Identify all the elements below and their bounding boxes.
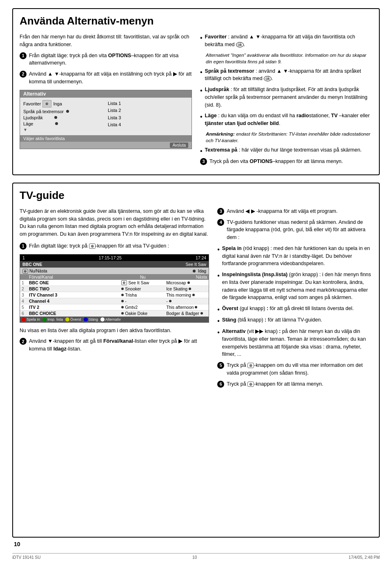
tvguide-channel-prog: See It Saw: [185, 262, 206, 267]
list-item-1: Lista 1: [108, 100, 188, 107]
row3-name: ITV Channel 3: [29, 292, 121, 297]
row5-nasta: This afternoon: [166, 305, 207, 310]
top-two-col: Från den här menyn har du direkt åtkomst…: [20, 33, 372, 169]
tvguide-left-col: TV-guiden är en elektronisk guide över a…: [20, 208, 209, 391]
bullet-favoriter: • Favoriter : använd ▲ ▼-knapparna för a…: [200, 33, 372, 49]
bullet-textremsa: • Textremsa på : här väljer du hur länge…: [200, 146, 372, 154]
bullet-spelain-text: Spela in (röd knapp) : med den här funkt…: [222, 245, 372, 268]
footer-btn-red: Spela In: [22, 317, 40, 321]
top-intro: Från den här menyn har du direkt åtkomst…: [20, 33, 192, 49]
bullet-dot-2: •: [200, 69, 203, 76]
bullet-stang: • Stäng (blå knapp) : för att lämna TV-g…: [217, 316, 372, 324]
dot-2: [54, 116, 57, 119]
alternativ-right: Lista 1 Lista 2 Lista 3 Lista 4: [108, 100, 188, 132]
fav-label: Favoriter: [23, 101, 41, 106]
row5-nu: Gmtv2: [121, 305, 166, 310]
tvguide-right-col: 3 Använd ◀ ▶ -knapparna för att välja et…: [217, 208, 372, 391]
step2-text: Använd ▲ ▼-knapparna för att välja en in…: [29, 70, 192, 86]
tvguide-header-num: 1: [22, 255, 25, 260]
top-step2: 2 Använd ▲ ▼-knapparna för att välja en …: [20, 70, 192, 86]
bullet-lage: • Läge : du kan välja om du endast vill …: [200, 112, 372, 127]
yellow-circle: [65, 317, 69, 321]
tvguide-step5-num: 5: [217, 362, 224, 369]
tvguide-right-step3: 3 Använd ◀ ▶ -knapparna för att välja et…: [217, 208, 372, 215]
bullet-dot-5: •: [200, 148, 203, 154]
bullet-dot-r5: •: [217, 329, 220, 336]
row3-num: 3: [22, 292, 29, 297]
bullet-dot-r3: •: [217, 306, 220, 313]
bullet-dot-r1: •: [217, 246, 220, 253]
bullet-sprak-text: Språk på textremsor : använd ▲ ▼-knappar…: [205, 67, 372, 83]
menu-row-1: Språk på textremsor: [23, 109, 104, 114]
fav-row: Favoriter ⊕ Inga: [23, 100, 104, 107]
col-h-num: [22, 275, 29, 279]
down-arrow: ▼: [23, 127, 104, 132]
menu-label-1: Språk på textremsor: [23, 109, 64, 114]
table-row: 3 ITV Channel 3 Trisha This morning: [20, 292, 209, 298]
table-row: 2 BBC TWO Snooker Ice Skating: [20, 286, 209, 292]
row6-name: BBC CHOICE: [29, 311, 121, 316]
blue-circle: [84, 317, 88, 321]
tvguide-two-col: TV-guiden är en elektronisk guide över a…: [20, 208, 372, 391]
tvguide-r-step4-text: TV-guidens funktioner visas nederst på s…: [227, 219, 372, 241]
dot-1: [66, 110, 69, 113]
row5-num: 5: [22, 305, 29, 310]
row1-nasta: Microsoap: [166, 280, 207, 285]
italic-note-1: Alternativet "Ingen" avaktiverar alla fa…: [206, 52, 372, 65]
white-circle: [100, 317, 105, 321]
row4-name: Channel 4: [29, 299, 121, 304]
footer-btn-white: Alternativ: [100, 317, 121, 321]
page-footer: iDTV 19141 SU 10 17/4/05, 2:48 PM: [12, 553, 380, 560]
bullet-dot-3: •: [200, 87, 203, 94]
footer-btn-blue: Stäng: [84, 317, 98, 321]
tvguide-footer: Spela In Insp. lista Överst Stäng Altern…: [20, 317, 209, 322]
tvguide-step1-text: Från digitalt läge: tryck på ⊕-knappen f…: [29, 242, 169, 250]
bottom-section: TV-guide TV-guiden är en elektronisk gui…: [12, 183, 380, 538]
bullet-overst: • Överst (gul knapp) : för att gå direkt…: [217, 305, 372, 313]
bullet-textremsa-text: Textremsa på : här väljer du hur länge t…: [205, 146, 362, 154]
avsluta-btn: Avsluta: [170, 143, 188, 148]
step1-num: 1: [20, 52, 27, 59]
bullet-dot-r4: •: [217, 318, 220, 324]
italic-note-2: Anmärkning: endast för Storbrittanien: T…: [206, 131, 372, 144]
row6-nu: Oakie Doke: [121, 311, 166, 316]
col-h-name: Förval/Kanal: [29, 275, 119, 279]
alternativ-content: Favoriter ⊕ Inga Språk på textremsor Lju…: [20, 98, 192, 134]
menu-row-3: Läge: [23, 121, 104, 126]
valjer-bar: Väljer aktiv favoritlista: [20, 135, 192, 142]
row1-num: 1: [22, 280, 29, 285]
row1-name: BBC ONE: [29, 280, 121, 285]
footer-btn-yellow: Överst: [65, 317, 81, 321]
green-circle: [42, 317, 47, 321]
bullet-dot-1: •: [200, 35, 203, 41]
bullet-sprak: • Språk på textremsor : använd ▲ ▼-knapp…: [200, 67, 372, 83]
bullet-insplist: • Inspelningslista (Insp.lista) (grön kn…: [217, 271, 372, 301]
bullet-ljud: • Ljudspråk : för att tillfälligt ändra …: [200, 86, 372, 109]
tvguide-title: TV-guide: [20, 189, 372, 202]
footer-right: 17/4/05, 2:48 PM: [349, 555, 380, 560]
tvguide-header-clock: 17:24: [196, 255, 206, 260]
step3-text: Tryck på den vita OPTIONS–knappen för at…: [209, 158, 343, 165]
row4-nu: -: [121, 299, 166, 304]
row2-nasta: Ice Skating: [166, 286, 207, 291]
alternativ-title: Alternativ: [20, 90, 192, 98]
tvguide-table: 1 17:15-17:25 17:24 BBC ONE See It Saw ⊕…: [20, 254, 209, 323]
row1-nu: ⊕ See It Saw: [121, 280, 166, 285]
tvguide-header-row: 1 17:15-17:25 17:24: [20, 255, 209, 261]
bullet-ljud-text: Ljudspråk : för att tillfälligt ändra lj…: [205, 86, 372, 109]
row2-name: BBC TWO: [29, 286, 121, 291]
tvguide-step5: 5 Tryck på ⊕-knappen om du vill visa mer…: [217, 362, 372, 377]
bullet-favoriter-text: Favoriter : använd ▲ ▼-knapparna för att…: [205, 33, 372, 49]
tvguide-step2: 2 Använd ▼-knappen för att gå till Förva…: [20, 337, 209, 353]
row3-nu: Trisha: [121, 292, 166, 297]
bullet-alternativ-text: Alternativ (vit ▶▶ knap) : på den här me…: [222, 328, 372, 358]
tvguide-right-step4: 4 TV-guidens funktioner visas nederst på…: [217, 219, 372, 241]
step3-num: 3: [200, 158, 207, 165]
tvguide-step2-num: 2: [20, 338, 27, 345]
bullet-stang-text: Stäng (blå knapp) : för att lämna TV-gui…: [222, 316, 322, 324]
tvguide-nav-dot: Idag: [193, 268, 206, 273]
tvguide-step2-text: Använd ▼-knappen för att gå till Förval/…: [29, 337, 209, 353]
list-item-2: Lista 2: [108, 107, 188, 114]
row2-nu: Snooker: [121, 286, 166, 291]
list-item-3: Lista 3: [108, 114, 188, 122]
